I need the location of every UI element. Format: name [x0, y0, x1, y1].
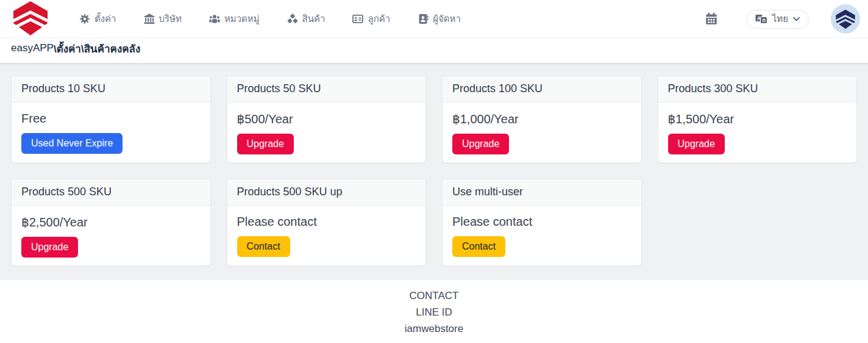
gear-icon — [79, 13, 90, 24]
avatar-logo-icon — [834, 9, 856, 29]
plan-price: Free — [21, 112, 201, 126]
plan-title: Products 500 SKU up — [227, 179, 426, 206]
id-card-icon — [352, 13, 363, 24]
menu-item-label: หมวดหมู่ — [224, 12, 260, 26]
menu-item-categories[interactable]: หมวดหมู่ — [209, 12, 260, 26]
contact-button[interactable]: Contact — [452, 236, 505, 257]
upgrade-button[interactable]: Upgrade — [21, 237, 78, 258]
plan-price: ฿500/Year — [237, 112, 416, 126]
plan-title: Products 500 SKU — [12, 179, 210, 206]
bank-icon — [144, 13, 155, 24]
users-icon — [209, 13, 220, 24]
svg-text:ก: ก — [762, 17, 765, 23]
footer-contact-label: CONTACT — [0, 287, 868, 304]
plan-title: Use multi-user — [443, 179, 641, 206]
plan-price: ฿1,500/Year — [668, 112, 847, 126]
main-menu: ตั้งค่า บริษัท หมวดหมู่ — [79, 12, 461, 26]
chevron-down-icon — [793, 17, 800, 21]
plan-title: Products 100 SKU — [443, 76, 641, 103]
user-avatar[interactable] — [831, 4, 860, 34]
footer-line-id-label: LINE ID — [0, 304, 868, 320]
used-never-expire-button[interactable]: Used Never Expire — [21, 133, 123, 154]
footer-line-id-value: iamwebstore — [0, 320, 868, 337]
page-footer: CONTACT LINE ID iamwebstore — [0, 280, 868, 343]
top-navbar: ตั้งค่า บริษัท หมวดหมู่ — [0, 0, 868, 38]
plans-grid: Products 10 SKU Free Used Never Expire P… — [11, 76, 857, 266]
plan-price: Please contact — [452, 215, 631, 229]
breadcrumb-path: \ตั้งค่า\สินค้าคงคลัง — [54, 40, 140, 57]
app-logo-icon[interactable] — [11, 1, 50, 36]
plan-card-300sku: Products 300 SKU ฿1,500/Year Upgrade — [658, 76, 858, 163]
contact-button[interactable]: Contact — [237, 236, 290, 257]
plan-card-multi-user: Use multi-user Please contact Contact — [442, 179, 642, 266]
breadcrumb: easyAPP\ตั้งค่า\สินค้าคงคลัง — [0, 38, 868, 63]
menu-item-label: สินค้า — [302, 12, 326, 26]
plan-price: ฿1,000/Year — [452, 112, 631, 126]
menu-item-customers[interactable]: ลูกค้า — [352, 12, 390, 26]
main-content: Products 10 SKU Free Used Never Expire P… — [0, 63, 868, 280]
menu-item-products[interactable]: สินค้า — [287, 12, 326, 26]
menu-item-suppliers[interactable]: ผู้จัดหา — [418, 12, 461, 26]
language-selector[interactable]: A ก ไทย — [746, 10, 809, 29]
plan-title: Products 10 SKU — [12, 76, 210, 103]
plan-card-500sku: Products 500 SKU ฿2,500/Year Upgrade — [11, 179, 211, 266]
plan-card-50sku: Products 50 SKU ฿500/Year Upgrade — [227, 76, 427, 163]
menu-item-label: ผู้จัดหา — [433, 12, 461, 26]
plan-card-500sku-up: Products 500 SKU up Please contact Conta… — [227, 179, 427, 266]
menu-item-settings[interactable]: ตั้งค่า — [79, 12, 116, 26]
plan-card-100sku: Products 100 SKU ฿1,000/Year Upgrade — [442, 76, 642, 163]
language-label: ไทย — [772, 12, 788, 26]
plan-price: ฿2,500/Year — [21, 215, 201, 229]
breadcrumb-app: easyAPP — [11, 42, 54, 54]
menu-item-company[interactable]: บริษัท — [144, 12, 182, 26]
upgrade-button[interactable]: Upgrade — [237, 134, 294, 154]
plan-price: Please contact — [237, 215, 416, 229]
address-book-icon — [418, 13, 429, 24]
upgrade-button[interactable]: Upgrade — [668, 134, 725, 154]
calendar-icon[interactable] — [705, 12, 718, 26]
navbar-right: A ก ไทย — [705, 4, 860, 34]
plan-title: Products 50 SKU — [227, 76, 426, 103]
menu-item-label: ตั้งค่า — [94, 12, 116, 26]
cubes-icon — [287, 13, 298, 24]
menu-item-label: บริษัท — [159, 12, 182, 26]
plan-title: Products 300 SKU — [658, 76, 857, 103]
translate-icon: A ก — [755, 14, 767, 24]
upgrade-button[interactable]: Upgrade — [452, 134, 509, 154]
plan-card-10sku: Products 10 SKU Free Used Never Expire — [11, 76, 211, 163]
menu-item-label: ลูกค้า — [368, 12, 390, 26]
